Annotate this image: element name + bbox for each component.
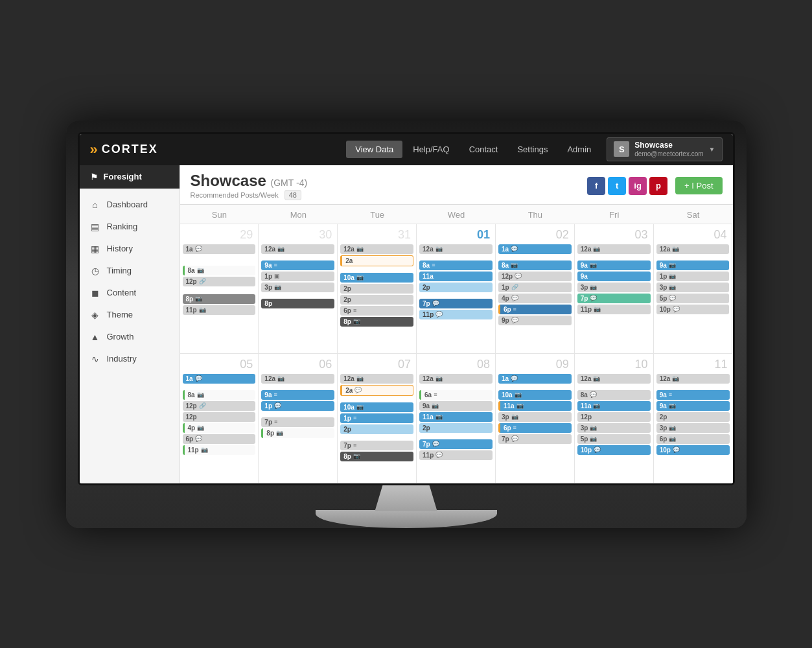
list-item[interactable]: 9a≡ bbox=[656, 390, 730, 400]
list-item[interactable]: 7p💬 bbox=[419, 439, 493, 449]
sidebar-item-industry[interactable]: ∿ Industry bbox=[80, 348, 180, 370]
list-item[interactable]: 1p📷 bbox=[656, 272, 730, 281]
list-item[interactable]: 8a📷 bbox=[498, 260, 572, 270]
list-item[interactable]: 12a📷 bbox=[419, 244, 493, 254]
list-item[interactable]: 9p💬 bbox=[498, 316, 572, 325]
list-item[interactable]: 2a bbox=[340, 255, 413, 266]
list-item[interactable]: 1a💬 bbox=[183, 374, 256, 384]
list-item[interactable]: 10a📷 bbox=[340, 402, 413, 412]
list-item[interactable]: 11p📷 bbox=[183, 445, 256, 455]
list-item[interactable]: 10p💬 bbox=[577, 445, 651, 455]
sidebar-item-history[interactable]: ▦ History bbox=[80, 238, 180, 260]
list-item[interactable]: 6p📷 bbox=[656, 434, 730, 444]
list-item[interactable]: 7p💬 bbox=[419, 299, 493, 308]
list-item[interactable]: 6p≡ bbox=[498, 423, 572, 433]
sidebar-item-theme[interactable]: ◈ Theme bbox=[80, 304, 180, 326]
twitter-icon[interactable]: t bbox=[608, 177, 626, 195]
list-item[interactable]: 8a📷 bbox=[183, 266, 256, 275]
list-item[interactable]: 11p💬 bbox=[419, 310, 493, 319]
list-item[interactable]: 8a💬 bbox=[577, 390, 651, 400]
list-item[interactable]: 9a≡ bbox=[261, 260, 334, 270]
list-item[interactable]: 9a📷 bbox=[577, 260, 651, 270]
list-item[interactable]: 9a📷 bbox=[656, 401, 730, 411]
sidebar-item-timing[interactable]: ◷ Timing bbox=[80, 260, 180, 282]
facebook-icon[interactable]: f bbox=[587, 177, 605, 195]
list-item[interactable]: 12p bbox=[577, 412, 651, 422]
sidebar-item-foresight[interactable]: ⚑ Foresight bbox=[80, 165, 180, 189]
list-item[interactable]: 11p💬 bbox=[419, 450, 493, 460]
list-item[interactable]: 3p📷 bbox=[577, 283, 651, 292]
list-item[interactable]: 2p bbox=[340, 295, 413, 305]
nav-admin[interactable]: Admin bbox=[558, 141, 600, 158]
list-item[interactable]: 3p📷 bbox=[261, 283, 334, 292]
list-item[interactable]: 1p💬 bbox=[261, 401, 334, 411]
list-item[interactable]: 7p≡ bbox=[340, 441, 413, 450]
list-item[interactable]: 6p💬 bbox=[183, 434, 256, 444]
nav-contact[interactable]: Contact bbox=[460, 141, 507, 158]
list-item[interactable]: 3p📷 bbox=[656, 283, 730, 292]
list-item[interactable]: 10a📷 bbox=[340, 273, 413, 283]
list-item[interactable]: 12a📷 bbox=[261, 374, 334, 384]
list-item[interactable]: 4p📷 bbox=[183, 423, 256, 433]
list-item[interactable]: 12a📷 bbox=[340, 374, 413, 384]
list-item[interactable]: 12a📷 bbox=[656, 374, 730, 384]
list-item[interactable]: 6p≡ bbox=[340, 306, 413, 316]
list-item[interactable]: 7p≡ bbox=[261, 417, 334, 427]
list-item[interactable]: 8p bbox=[261, 299, 334, 308]
sidebar-item-ranking[interactable]: ▤ Ranking bbox=[80, 216, 180, 238]
list-item[interactable]: 10p💬 bbox=[656, 305, 730, 314]
list-item[interactable]: 8p📷 bbox=[261, 428, 334, 438]
list-item[interactable]: 6a≡ bbox=[419, 390, 493, 400]
list-item[interactable]: 7p💬 bbox=[577, 294, 651, 303]
list-item[interactable]: 12p🔗 bbox=[183, 401, 256, 411]
nav-settings[interactable]: Settings bbox=[508, 141, 557, 158]
logo[interactable]: » CORTEX bbox=[90, 141, 158, 158]
list-item[interactable]: 11a📷 bbox=[498, 401, 572, 411]
list-item[interactable]: 6p≡ bbox=[498, 305, 572, 314]
list-item[interactable]: 2p bbox=[340, 284, 413, 294]
list-item[interactable]: 12a📷 bbox=[419, 374, 493, 384]
list-item[interactable]: 5p💬 bbox=[656, 294, 730, 303]
list-item[interactable]: 10a📷 bbox=[498, 390, 572, 400]
list-item[interactable]: 3p📷 bbox=[656, 423, 730, 433]
list-item[interactable]: 12a📷 bbox=[577, 244, 651, 254]
list-item[interactable]: 9a📷 bbox=[656, 260, 730, 270]
instagram-icon[interactable]: ig bbox=[629, 177, 647, 195]
list-item[interactable]: 2p bbox=[419, 283, 493, 292]
list-item[interactable]: 2a💬 bbox=[340, 385, 413, 396]
list-item[interactable]: 7p💬 bbox=[498, 434, 572, 444]
list-item[interactable]: 12a📷 bbox=[261, 244, 334, 254]
list-item[interactable]: 11a bbox=[419, 272, 493, 281]
post-button[interactable]: + I Post bbox=[675, 177, 722, 194]
sidebar-item-dashboard[interactable]: ⌂ Dashboard bbox=[80, 194, 180, 216]
list-item[interactable]: 9a≡ bbox=[261, 390, 334, 400]
list-item[interactable]: 12a📷 bbox=[577, 374, 651, 384]
list-item[interactable]: 1p🔗 bbox=[498, 283, 572, 292]
list-item[interactable]: 12a📷 bbox=[656, 244, 730, 254]
list-item[interactable]: 2p bbox=[656, 412, 730, 422]
list-item[interactable]: 12p🔗 bbox=[183, 277, 256, 286]
list-item[interactable]: 5p📷 bbox=[577, 434, 651, 444]
list-item[interactable]: 1p▣ bbox=[261, 272, 334, 281]
list-item[interactable]: 9a📷 bbox=[419, 401, 493, 411]
nav-helpfaq[interactable]: Help/FAQ bbox=[404, 141, 458, 158]
list-item[interactable]: 8p📷 bbox=[340, 317, 413, 327]
list-item[interactable]: 4p💬 bbox=[498, 294, 572, 303]
list-item[interactable]: 11p📷 bbox=[577, 305, 651, 314]
list-item[interactable]: 3p📷 bbox=[577, 423, 651, 433]
nav-viewdata[interactable]: View Data bbox=[346, 141, 402, 158]
list-item[interactable]: 11a📷 bbox=[419, 412, 493, 422]
list-item[interactable]: 8a📷 bbox=[183, 390, 256, 400]
list-item[interactable]: 1a💬 bbox=[183, 244, 256, 254]
sidebar-item-growth[interactable]: ▲ Growth bbox=[80, 326, 180, 348]
list-item[interactable]: 8a≡ bbox=[419, 260, 493, 270]
list-item[interactable]: 10p💬 bbox=[656, 445, 730, 455]
list-item[interactable]: 8p📷 bbox=[340, 452, 413, 461]
list-item[interactable]: 1a💬 bbox=[498, 244, 572, 254]
list-item[interactable]: 2p bbox=[419, 423, 493, 433]
list-item[interactable]: 1p≡ bbox=[340, 413, 413, 423]
list-item[interactable]: 2p bbox=[340, 424, 413, 434]
list-item[interactable]: 3p📷 bbox=[498, 412, 572, 422]
list-item[interactable]: 12p💬 bbox=[498, 272, 572, 281]
sidebar-item-content[interactable]: ◼ Content bbox=[80, 282, 180, 304]
